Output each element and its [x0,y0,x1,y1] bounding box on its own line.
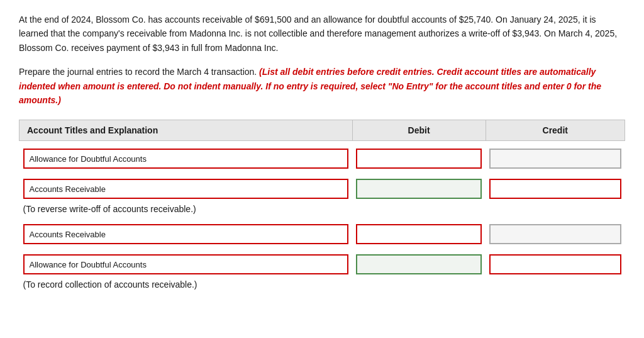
journal-table: Account Titles and Explanation Debit Cre… [19,120,625,292]
col-header-debit: Debit [352,120,486,141]
note-text-2: (To record collection of accounts receiv… [19,277,625,292]
table-row [19,176,625,201]
intro-paragraph: At the end of 2024, Blossom Co. has acco… [19,13,625,55]
account-cell-2-2 [19,252,353,277]
credit-input-2-1[interactable] [489,224,621,244]
credit-cell-2-2 [486,252,625,277]
note-row-2: (To record collection of accounts receiv… [19,277,625,292]
account-input-1-2[interactable] [23,179,349,199]
credit-input-1-2[interactable] [489,179,621,199]
debit-cell-2-1 [352,222,486,247]
debit-input-2-1[interactable] [356,224,482,244]
account-cell-1-2 [19,176,353,201]
debit-input-2-2[interactable] [356,254,482,274]
credit-input-2-2[interactable] [489,254,621,274]
debit-cell-1-2 [352,176,486,201]
debit-input-1-2[interactable] [356,179,482,199]
credit-cell-2-1 [486,222,625,247]
table-row [19,146,625,171]
credit-cell-1-1 [486,146,625,171]
note-text-1: (To reverse write-off of accounts receiv… [19,201,625,217]
account-input-2-2[interactable] [23,254,349,274]
instruction-paragraph: Prepare the journal entries to record th… [19,65,625,107]
col-header-credit: Credit [486,120,625,141]
account-input-2-1[interactable] [23,224,349,244]
credit-cell-1-2 [486,176,625,201]
table-row [19,222,625,247]
account-input-1-1[interactable] [23,149,349,169]
note-row-1: (To reverse write-off of accounts receiv… [19,201,625,217]
account-cell-2-1 [19,222,353,247]
debit-cell-1-1 [352,146,486,171]
col-header-account: Account Titles and Explanation [19,120,353,141]
table-row [19,252,625,277]
account-cell-1-1 [19,146,353,171]
debit-input-1-1[interactable] [356,149,482,169]
credit-input-1-1[interactable] [489,149,621,169]
debit-cell-2-2 [352,252,486,277]
instruction-prefix: Prepare the journal entries to record th… [19,67,259,77]
